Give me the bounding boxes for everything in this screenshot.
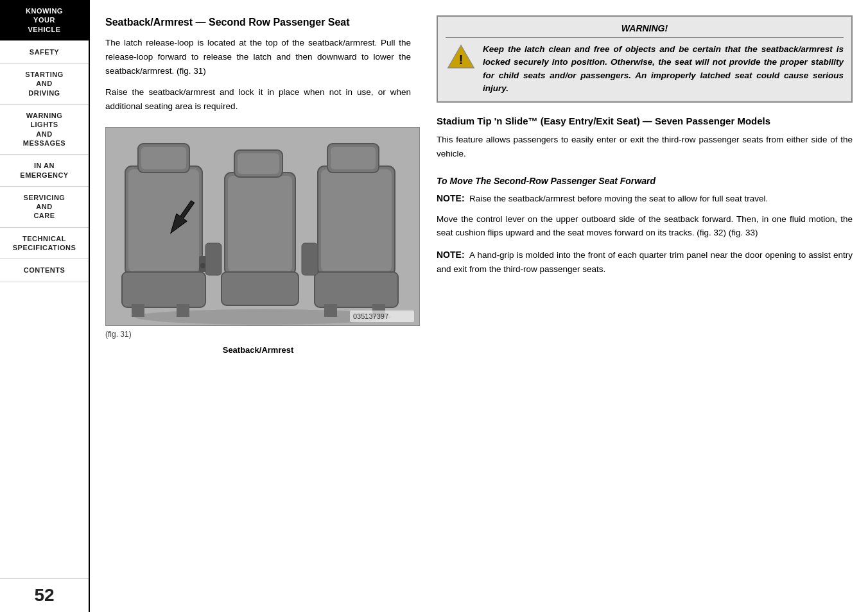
svg-rect-23 (205, 243, 221, 275)
note-2-text: A hand-grip is molded into the front of … (437, 250, 853, 274)
svg-text:035137397: 035137397 (353, 312, 388, 320)
figure-area: 035137397 (fig. 31) Seatback/Armrest (105, 127, 411, 606)
left-column: Seatback/Armrest — Second Row Passenger … (90, 0, 424, 612)
section-title: Seatback/Armrest — Second Row Passenger … (105, 15, 411, 30)
body-text-1: The latch release-loop is located at the… (105, 36, 411, 78)
svg-rect-16 (315, 272, 398, 307)
note-2-label: NOTE: (437, 250, 465, 260)
sidebar-label-knowing: KNOWING YOUR VEHICLE (26, 7, 63, 33)
subsection-title: To Move The Second-Row Passenger Seat Fo… (437, 176, 853, 186)
warning-box: WARNING! ! Keep the latch clean and free… (437, 15, 853, 103)
svg-rect-8 (141, 147, 186, 169)
section-title-2: Stadium Tip 'n Slide™ (Easy Entry/Exit S… (437, 114, 853, 128)
svg-rect-15 (321, 169, 392, 272)
section-body: This feature allows passengers to easily… (437, 133, 853, 160)
right-column: WARNING! ! Keep the latch clean and free… (424, 0, 868, 612)
svg-rect-6 (177, 304, 189, 317)
seat-illustration: 035137397 (106, 128, 420, 326)
note-1-label: NOTE: (437, 193, 465, 203)
warning-content: ! Keep the latch clean and free of objec… (446, 43, 844, 95)
page-number: 52 (0, 578, 89, 612)
svg-rect-4 (122, 272, 205, 307)
sidebar-item-safety[interactable]: SAFETY (0, 41, 89, 64)
sidebar-item-servicing[interactable]: SERVICING AND CARE (0, 187, 89, 228)
sidebar-item-contents[interactable]: CONTENTS (0, 259, 89, 282)
top-section: Seatback/Armrest — Second Row Passenger … (90, 0, 868, 612)
sidebar-item-emergency[interactable]: IN AN EMERGENCY (0, 155, 89, 187)
sidebar-label-starting: STARTING AND DRIVING (25, 71, 63, 97)
warning-icon-area: ! (446, 43, 476, 95)
svg-rect-20 (331, 147, 376, 169)
figure-box: 035137397 (105, 127, 420, 326)
move-text: Move the control lever on the upper outb… (437, 212, 853, 240)
warning-triangle-icon: ! (447, 43, 475, 71)
svg-text:!: ! (459, 53, 463, 67)
sidebar-item-knowing-your-vehicle[interactable]: KNOWING YOUR VEHICLE (0, 0, 89, 41)
sidebar-label-safety: SAFETY (30, 48, 59, 56)
sidebar-item-starting-and-driving[interactable]: STARTING AND DRIVING (0, 64, 89, 105)
sidebar-label-contents: CONTENTS (24, 266, 65, 274)
svg-rect-10 (228, 176, 292, 272)
sidebar-label-technical: TECHNICAL SPECIFICATIONS (13, 235, 76, 251)
warning-text: Keep the latch clean and free of objects… (483, 43, 844, 95)
sidebar-item-technical[interactable]: TECHNICAL SPECIFICATIONS (0, 228, 89, 260)
svg-rect-24 (302, 243, 318, 275)
svg-point-22 (200, 263, 205, 268)
figure-label: Seatback/Armrest (105, 345, 411, 355)
figure-caption: (fig. 31) (105, 330, 411, 339)
svg-rect-17 (324, 304, 337, 317)
svg-rect-13 (238, 153, 279, 174)
sidebar-label-servicing: SERVICING AND CARE (24, 194, 65, 220)
svg-rect-3 (128, 169, 199, 272)
sidebar-label-warning: WARNING LIGHTS AND MESSAGES (23, 112, 65, 147)
sidebar-label-emergency: IN AN EMERGENCY (20, 162, 68, 178)
body-text-2: Raise the seatback/armrest and lock it i… (105, 85, 411, 113)
sidebar: KNOWING YOUR VEHICLE SAFETY STARTING AND… (0, 0, 90, 612)
svg-rect-11 (221, 272, 299, 305)
note-2: NOTE: A hand-grip is molded into the fro… (437, 248, 853, 276)
warning-header: WARNING! (446, 23, 844, 38)
main-content: Seatback/Armrest — Second Row Passenger … (90, 0, 868, 612)
sidebar-item-warning-lights[interactable]: WARNING LIGHTS AND MESSAGES (0, 105, 89, 155)
note-1: NOTE: Raise the seatback/armrest before … (437, 191, 853, 206)
svg-rect-5 (132, 304, 144, 317)
note-1-text: Raise the seatback/armrest before moving… (469, 194, 768, 203)
